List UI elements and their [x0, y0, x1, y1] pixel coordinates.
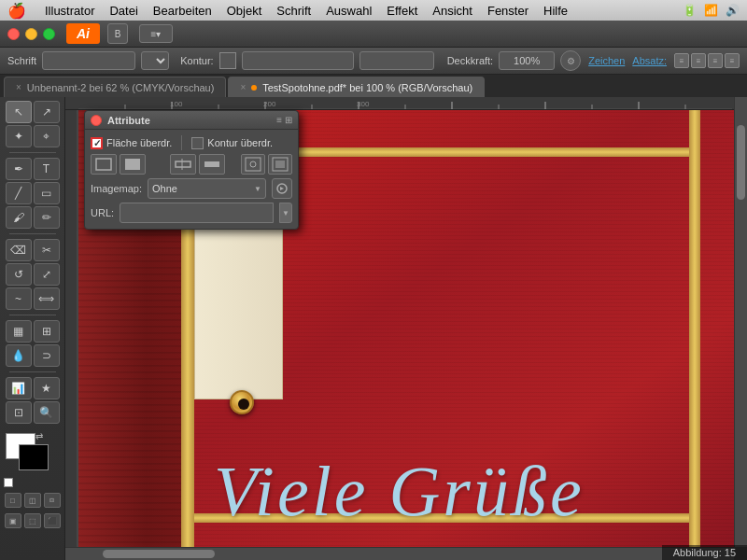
normal-mode-btn[interactable]: □ — [5, 493, 21, 508]
scale-tool[interactable]: ⤢ — [34, 263, 60, 286]
tab-1[interactable]: × TestSpotohne.pdf* bei 100 % (RGB/Vorsc… — [228, 77, 485, 97]
left-toolbar: ↖ ↗ ✦ ⌖ ✒ T ╱ ▭ 🖌 ✏ ⌫ ✂ ↺ ⤢ ~ — [0, 97, 65, 560]
main-area: ↖ ↗ ✦ ⌖ ✒ T ╱ ▭ 🖌 ✏ ⌫ ✂ ↺ ⤢ ~ — [0, 97, 747, 560]
panel-gap-2 — [228, 154, 238, 175]
imagemap-go-btn[interactable] — [272, 178, 292, 199]
apple-menu[interactable]: 🍎 — [7, 2, 26, 20]
align-left-btn[interactable]: ≡ — [674, 53, 689, 68]
background-color[interactable] — [19, 444, 49, 470]
panel-titlebar[interactable]: Attribute ≡ ⊞ — [85, 111, 298, 130]
zeichen-link[interactable]: Zeichen — [588, 55, 625, 66]
rotate-tool[interactable]: ↺ — [6, 263, 32, 286]
brush-tool[interactable]: 🖌 — [6, 206, 32, 229]
tab-0[interactable]: × Unbenannt-2 bei 62 % (CMYK/Vorschau) — [4, 77, 226, 97]
chart-tool[interactable]: 📊 — [6, 377, 32, 399]
maximize-button[interactable] — [43, 28, 55, 40]
fill-btn-2[interactable] — [120, 154, 146, 175]
direct-select-tool[interactable]: ↗ — [34, 101, 60, 123]
menu-auswahl[interactable]: Auswahl — [326, 4, 372, 18]
kontour-size-input[interactable] — [359, 51, 434, 70]
warp-tool[interactable]: ~ — [6, 287, 32, 310]
style-options-btn[interactable]: ⚙ — [560, 50, 581, 71]
deckkraft-value[interactable]: 100% — [499, 51, 555, 70]
line-tool[interactable]: ╱ — [6, 182, 32, 204]
stroke-btn-1[interactable] — [170, 154, 196, 175]
minimize-button[interactable] — [25, 28, 37, 40]
stroke-btn-2[interactable] — [199, 154, 225, 175]
scrollbar-vertical-thumb[interactable] — [737, 125, 745, 200]
menu-effekt[interactable]: Effekt — [387, 4, 417, 18]
scrollbar-horizontal-thumb[interactable] — [103, 550, 215, 558]
panel-menu-icon[interactable]: ≡ — [276, 115, 282, 125]
symbol-tool[interactable]: ★ — [34, 377, 60, 399]
url-input[interactable] — [120, 203, 274, 223]
tool-sep-4 — [9, 371, 56, 372]
url-dropdown-arrow[interactable]: ▼ — [279, 203, 292, 223]
behind-mode-btn[interactable]: ◫ — [24, 493, 41, 508]
rect-tool[interactable]: ▭ — [34, 182, 60, 204]
inside-mode-btn[interactable]: ⧈ — [44, 493, 61, 508]
menu-datei[interactable]: Datei — [109, 4, 137, 18]
slice-tool[interactable]: ⊡ — [6, 401, 32, 424]
align-center-btn[interactable]: ≡ — [691, 53, 706, 68]
kontur-checkbox[interactable] — [191, 137, 204, 149]
tab-1-close[interactable]: × — [240, 82, 246, 92]
gradient-tool[interactable]: ▦ — [6, 320, 32, 343]
screen-mode-btn2[interactable]: ⬚ — [24, 513, 41, 528]
lasso-tool[interactable]: ⌖ — [34, 125, 60, 147]
menu-bearbeiten[interactable]: Bearbeiten — [153, 4, 212, 18]
default-colors-icon[interactable] — [4, 478, 13, 487]
align-justify-btn[interactable]: ≡ — [725, 53, 740, 68]
attributes-panel: Attribute ≡ ⊞ ✓ Fläche überdr. Kontur üb… — [84, 110, 299, 230]
tool-sep-3 — [9, 315, 56, 315]
imagemap-select[interactable]: Ohne ▼ — [148, 178, 266, 199]
svg-text:200: 200 — [263, 100, 276, 108]
svg-rect-20 — [96, 159, 111, 170]
eyedropper-tool[interactable]: 💧 — [6, 344, 32, 367]
scrollbar-vertical[interactable] — [734, 97, 747, 547]
magic-wand-tool[interactable]: ✦ — [6, 125, 32, 147]
eraser-tool[interactable]: ⌫ — [6, 239, 32, 261]
menu-hilfe[interactable]: Hilfe — [543, 4, 568, 18]
pen-tool[interactable]: ✒ — [6, 158, 32, 180]
fill-btn-1[interactable] — [91, 154, 117, 175]
screen-mode-btn1[interactable]: ▣ — [5, 513, 21, 528]
menu-illustrator[interactable]: Illustrator — [45, 4, 94, 18]
kontur-input[interactable] — [242, 51, 354, 70]
url-row: URL: ▼ — [91, 203, 292, 223]
panel-collapse-icon[interactable]: ⊞ — [285, 115, 292, 125]
font-family-input[interactable] — [42, 51, 135, 70]
menu-fenster[interactable]: Fenster — [487, 4, 529, 18]
menu-schrift[interactable]: Schrift — [276, 4, 311, 18]
panel-btns-row-1 — [91, 154, 292, 175]
menu-objekt[interactable]: Objekt — [227, 4, 262, 18]
close-button[interactable] — [7, 28, 20, 40]
tab-0-close[interactable]: × — [16, 82, 21, 92]
browser-map-btn-1[interactable] — [241, 154, 265, 175]
imagemap-label: Imagemap: — [91, 183, 142, 194]
panel-close-button[interactable] — [91, 115, 102, 126]
svg-rect-28 — [275, 161, 285, 168]
mesh-tool[interactable]: ⊞ — [34, 320, 60, 343]
zoom-tool[interactable]: 🔍 — [34, 401, 60, 424]
kontur-swatch[interactable] — [219, 52, 236, 69]
browser-map-btn-2[interactable] — [268, 154, 292, 175]
screen-mode-btn3[interactable]: ⬛ — [44, 513, 61, 528]
pencil-tool[interactable]: ✏ — [34, 206, 60, 229]
select-tool[interactable]: ↖ — [6, 101, 32, 123]
width-tool[interactable]: ⟺ — [34, 287, 60, 310]
swap-colors-icon[interactable]: ⇄ — [35, 431, 43, 441]
imagemap-row: Imagemap: Ohne ▼ — [91, 178, 292, 199]
align-right-btn[interactable]: ≡ — [708, 53, 723, 68]
menu-ansicht[interactable]: Ansicht — [432, 4, 472, 18]
flaeche-checkbox[interactable]: ✓ — [91, 137, 103, 149]
svg-text:300: 300 — [357, 100, 370, 108]
scrollbar-horizontal[interactable] — [65, 547, 734, 560]
blend-tool[interactable]: ⊃ — [34, 344, 60, 367]
font-style-select[interactable] — [141, 51, 169, 70]
ai-logo: Ai — [66, 23, 100, 44]
tool-row-chart: 📊 ★ — [6, 377, 60, 399]
titlebar-layout[interactable]: ≡▾ — [139, 24, 173, 43]
scissors-tool[interactable]: ✂ — [34, 239, 60, 261]
text-tool[interactable]: T — [34, 158, 60, 180]
